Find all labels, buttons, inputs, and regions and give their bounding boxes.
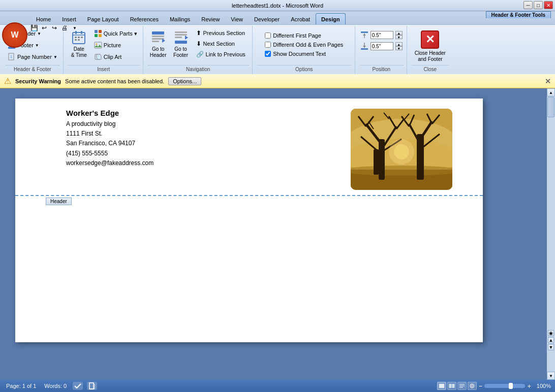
svg-rect-49 <box>374 149 379 175</box>
date-time-button[interactable]: Date & Time <box>68 28 90 60</box>
normal-view-btn[interactable] <box>437 382 446 390</box>
group-options-inner: Different First Page Different Odd & Eve… <box>263 27 345 65</box>
tab-insert[interactable]: Insert <box>56 13 82 24</box>
picture-icon <box>94 41 102 49</box>
tab-page-layout[interactable]: Page Layout <box>82 13 125 24</box>
zoom-minus[interactable]: − <box>479 382 483 390</box>
svg-rect-19 <box>95 30 98 33</box>
go-to-footer-button[interactable]: Go toFooter <box>170 28 192 60</box>
tab-acrobat[interactable]: Acrobat <box>285 13 316 24</box>
ribbon-tabs: Home Insert Page Layout References Maili… <box>0 11 555 24</box>
next-section-button[interactable]: ⬇ Next Section <box>193 39 249 49</box>
position-group-label: Position <box>359 65 404 73</box>
security-options-button[interactable]: Options... <box>168 77 201 85</box>
zoom-level: 100% <box>533 383 551 389</box>
close-header-footer-button[interactable]: ✕ Close Headerand Footer <box>411 28 449 65</box>
tab-view[interactable]: View <box>225 13 249 24</box>
previous-section-button[interactable]: ⬆ Previous Section <box>193 28 249 38</box>
email: workersedge@fakeaddress.com <box>66 158 341 168</box>
header-top-up[interactable]: ▲ <box>395 31 403 35</box>
undo-quick-btn[interactable]: ↩ <box>40 23 49 32</box>
insert-col: Quick Parts ▾ Picture Clip <box>91 28 140 62</box>
hf-tools-area: Header & Footer Tools <box>486 11 551 18</box>
diff-first-checkbox[interactable] <box>265 32 271 39</box>
link-to-previous-label: Link to Previous <box>206 51 245 57</box>
window-controls: ─ □ ✕ <box>523 1 553 9</box>
expand-btn[interactable]: ◉ <box>548 330 554 336</box>
qa-dropdown[interactable]: ▼ <box>70 23 79 32</box>
close-window-button[interactable]: ✕ <box>544 1 553 9</box>
scroll-thumb[interactable] <box>547 97 554 117</box>
date-time-label: Date & Time <box>71 46 87 58</box>
outline-view-btn[interactable] <box>468 382 477 390</box>
tab-mailings[interactable]: Mailings <box>164 13 196 24</box>
maximize-button[interactable]: □ <box>534 1 543 9</box>
page-number-icon: 1 <box>8 53 16 61</box>
next-section-icon: ⬇ <box>196 40 201 47</box>
web-view-btn[interactable] <box>457 382 467 390</box>
quick-parts-button[interactable]: Quick Parts ▾ <box>91 28 140 39</box>
svg-rect-74 <box>452 384 454 388</box>
prev-page-btn[interactable]: ▲ <box>548 337 554 343</box>
office-button[interactable]: W <box>2 22 27 48</box>
zoom-plus[interactable]: + <box>527 382 531 390</box>
next-page-btn[interactable]: ▼ <box>548 344 554 350</box>
quick-parts-label: Quick Parts ▾ <box>104 30 137 37</box>
close-hf-label: Close Headerand Footer <box>415 50 446 62</box>
minimize-button[interactable]: ─ <box>523 1 533 9</box>
zoom-slider[interactable] <box>484 384 525 388</box>
header-text-content: Worker's Edge A productivity blog 1111 F… <box>66 109 341 168</box>
zoom-thumb <box>509 383 513 389</box>
footer-bottom-down[interactable]: ▼ <box>395 46 403 50</box>
company-name: Worker's Edge <box>66 109 341 117</box>
footer-bottom-up[interactable]: ▲ <box>395 42 403 46</box>
different-first-page-checkbox[interactable]: Different First Page <box>263 32 345 39</box>
header-top-input[interactable] <box>371 31 393 39</box>
svg-point-78 <box>470 384 474 388</box>
svg-rect-73 <box>449 384 451 388</box>
title-bar: letterheadtest1.dotx - Microsoft Word ─ … <box>0 0 555 11</box>
svg-rect-28 <box>152 36 164 37</box>
svg-rect-23 <box>95 42 102 48</box>
picture-button[interactable]: Picture <box>91 40 140 51</box>
different-odd-even-checkbox[interactable]: Different Odd & Even Pages <box>263 41 345 48</box>
clip-art-button[interactable]: Clip Art <box>91 51 140 62</box>
scroll-up-button[interactable]: ▲ <box>547 88 555 96</box>
proofing-icon[interactable] <box>73 382 83 390</box>
document-header-area: Worker's Edge A productivity blog 1111 F… <box>15 99 483 196</box>
document-scroll-area[interactable]: Worker's Edge A productivity blog 1111 F… <box>0 88 555 380</box>
tab-developer[interactable]: Developer <box>249 13 285 24</box>
redo-quick-btn[interactable]: ↪ <box>50 23 59 32</box>
show-doc-text-input[interactable] <box>265 51 271 57</box>
different-first-page-label: Different First Page <box>273 32 321 39</box>
svg-rect-33 <box>175 34 187 36</box>
tab-design[interactable]: Design <box>316 13 346 24</box>
tab-references[interactable]: References <box>125 13 164 24</box>
tab-review[interactable]: Review <box>196 13 225 24</box>
footer-bottom-input[interactable] <box>371 42 393 50</box>
svg-rect-27 <box>152 31 164 35</box>
svg-marker-36 <box>185 36 188 40</box>
svg-point-70 <box>394 144 409 159</box>
svg-rect-15 <box>78 37 80 38</box>
security-close-button[interactable]: ✕ <box>545 77 551 85</box>
go-to-footer-label: Go toFooter <box>173 46 188 58</box>
save-quick-btn[interactable]: 💾 <box>29 23 39 32</box>
group-navigation: Go toHeader Go toFooter ⬆ Previous Secti… <box>144 26 253 74</box>
show-doc-text-checkbox[interactable]: Show Document Text <box>263 50 345 57</box>
diff-odd-even-checkbox[interactable] <box>265 42 271 48</box>
go-to-header-button[interactable]: Go toHeader <box>147 28 169 60</box>
header-top-down[interactable]: ▼ <box>395 35 403 39</box>
document-icon[interactable] <box>87 382 97 390</box>
link-to-previous-button[interactable]: 🔗 Link to Previous <box>193 49 249 59</box>
reading-view-btn[interactable] <box>447 382 456 390</box>
phone: (415) 555-5555 <box>66 149 341 158</box>
tab-home[interactable]: Home <box>30 13 56 24</box>
page-number-button[interactable]: 1 Page Number ▼ <box>5 51 60 62</box>
document-container: Worker's Edge A productivity blog 1111 F… <box>0 88 555 380</box>
group-options: Different First Page Different Odd & Eve… <box>254 26 355 74</box>
document-body[interactable] <box>15 196 483 338</box>
print-quick-btn[interactable]: 🖨 <box>60 23 69 32</box>
scroll-down-button[interactable]: ▼ <box>547 372 555 380</box>
group-close: ✕ Close Headerand Footer Close <box>408 26 452 74</box>
